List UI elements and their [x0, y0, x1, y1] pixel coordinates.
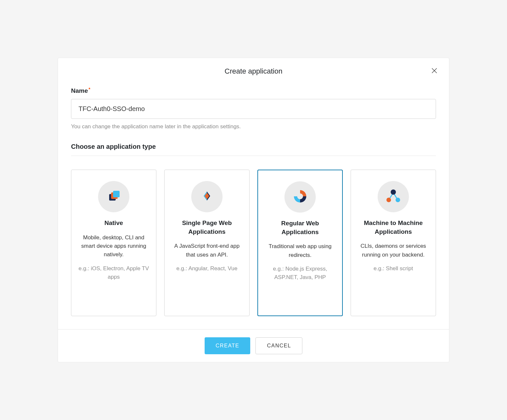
svg-rect-4	[113, 191, 120, 197]
type-card-regular-web[interactable]: Regular Web Applications Traditional web…	[257, 170, 343, 316]
native-icon-wrap	[98, 181, 129, 212]
name-help-text: You can change the application name late…	[71, 123, 436, 130]
modal-header: Create application	[58, 58, 449, 76]
type-desc: A JavaScript front-end app that uses an …	[171, 242, 243, 259]
type-desc: Traditional web app using redirects.	[265, 242, 336, 259]
type-card-spa[interactable]: Single Page Web Applications A JavaScrip…	[164, 170, 250, 316]
spa-icon	[199, 188, 215, 205]
application-type-grid: Native Mobile, desktop, CLI and smart de…	[71, 170, 436, 316]
name-input[interactable]	[71, 99, 436, 119]
type-title: Single Page Web Applications	[171, 219, 243, 236]
type-desc: CLIs, daemons or services running on you…	[357, 242, 429, 259]
close-icon	[431, 70, 438, 75]
name-field-label: Name *	[71, 87, 436, 94]
svg-point-9	[386, 198, 391, 202]
regular-web-icon	[291, 188, 309, 206]
type-example: e.g.: Shell script	[374, 264, 413, 273]
m2m-icon	[384, 187, 402, 206]
type-example: e.g.: iOS, Electron, Apple TV apps	[78, 264, 150, 282]
svg-point-8	[391, 189, 396, 195]
modal-body: Name * You can change the application na…	[58, 76, 449, 329]
type-title: Regular Web Applications	[265, 219, 336, 236]
svg-point-5	[297, 193, 303, 199]
spa-icon-wrap	[191, 181, 223, 212]
cancel-button[interactable]: CANCEL	[255, 337, 302, 354]
create-application-modal: Create application Name * You can change…	[58, 58, 449, 362]
m2m-icon-wrap	[378, 181, 409, 212]
close-button[interactable]	[429, 65, 440, 77]
name-label-text: Name	[71, 87, 88, 94]
type-section-title: Choose an application type	[71, 143, 436, 156]
modal-title: Create application	[71, 67, 436, 76]
type-title: Native	[104, 219, 123, 228]
type-card-m2m[interactable]: Machine to Machine Applications CLIs, da…	[351, 170, 436, 316]
required-asterisk: *	[89, 87, 90, 92]
regular-web-icon-wrap	[284, 181, 316, 213]
native-icon	[106, 188, 122, 205]
type-desc: Mobile, desktop, CLI and smart device ap…	[78, 233, 150, 259]
svg-point-10	[396, 198, 400, 202]
type-example: e.g.: Node.js Express, ASP.NET, Java, PH…	[265, 265, 336, 282]
type-title: Machine to Machine Applications	[357, 219, 429, 236]
type-card-native[interactable]: Native Mobile, desktop, CLI and smart de…	[71, 170, 156, 316]
type-example: e.g.: Angular, React, Vue	[176, 264, 237, 273]
create-button[interactable]: CREATE	[205, 337, 251, 354]
modal-footer: CREATE CANCEL	[58, 329, 449, 362]
